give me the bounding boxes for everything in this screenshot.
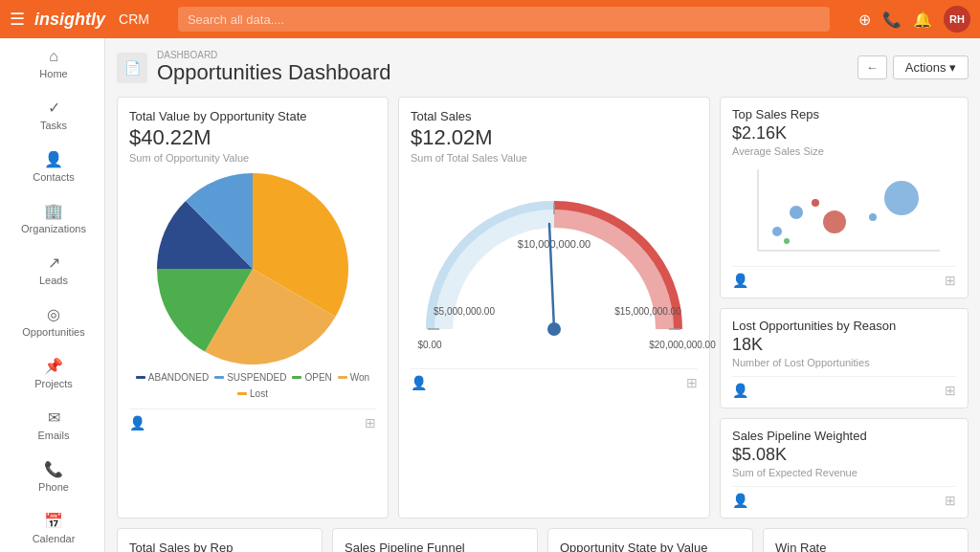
widget-sales-pipeline-weighted: Sales Pipeline Weighted $5.08K Sum of Ex… [720,418,969,519]
sidebar-item-label: Leads [39,275,68,286]
scatter-dot [869,213,877,221]
widget-title: Top Sales Reps [732,107,956,121]
widget-title: Total Value by Opportunity State [129,109,376,123]
gauge-label-0: $0.00 [417,340,441,350]
sidebar-item-calendar[interactable]: 📅 Calendar [0,502,104,552]
sidebar-item-tasks[interactable]: ✓ Tasks [0,89,104,141]
legend-open: OPEN [292,372,331,383]
phone-nav-icon: 📞 [44,460,63,478]
person-icon[interactable]: 👤 [732,493,748,508]
grid-icon[interactable]: ⊞ [945,383,956,398]
user-avatar[interactable]: RH [944,6,970,33]
widget-title: Total Sales [411,109,698,123]
legend-label: ABANDONED [148,372,209,383]
legend-suspended: SUSPENDED [214,372,286,383]
calendar-icon: 📅 [44,512,63,530]
widget-footer: 👤 ⊞ [732,376,956,398]
sidebar-item-phone[interactable]: 📞 Phone [0,451,104,502]
scatter-dot [823,210,846,233]
sidebar-item-label: Tasks [40,120,67,131]
grid-icon[interactable]: ⊞ [945,493,956,508]
grid-icon[interactable]: ⊞ [945,273,956,288]
person-icon[interactable]: 👤 [129,415,145,431]
legend-label: OPEN [304,372,331,383]
sidebar-item-label: Home [39,68,67,79]
leads-icon: ↗ [48,254,60,272]
widget-total-sales: Total Sales $12.02M Sum of Total Sales V… [398,97,710,519]
widget-title: Lost Opportunities by Reason [732,319,956,333]
sidebar: ⌂ Home ✓ Tasks 👤 Contacts 🏢 Organization… [0,38,105,552]
legend-dot-abandoned [136,376,145,379]
actions-button[interactable]: Actions ▾ [893,55,969,79]
back-button[interactable]: ← [858,55,887,79]
scatter-dot [784,238,790,244]
header-actions: ← Actions ▾ [858,55,969,79]
contacts-icon: 👤 [44,150,63,168]
gauge-label-5m: $5,000,000.00 [434,306,495,317]
sidebar-item-projects[interactable]: 📌 Projects [0,347,104,399]
sidebar-item-opportunities[interactable]: ◎ Opportunities [0,296,104,347]
sidebar-item-leads[interactable]: ↗ Leads [0,244,104,296]
app-name: CRM [119,11,149,27]
widget-title: Opportunity State by Value [560,541,741,552]
widget-footer: 👤 ⊞ [411,368,698,390]
sidebar-item-label: Organizations [21,223,86,234]
person-icon[interactable]: 👤 [732,383,748,398]
grid-icon[interactable]: ⊞ [686,375,698,390]
dashboard-top-grid: Total Value by Opportunity State $40.22M… [117,97,969,519]
legend-dot-won [338,376,347,379]
app-body: ⌂ Home ✓ Tasks 👤 Contacts 🏢 Organization… [0,38,980,552]
widget-footer: 👤 ⊞ [732,266,956,288]
hamburger-icon[interactable]: ☰ [10,9,25,30]
widget-title: Win Rate [775,541,956,552]
gauge-svg: $10,000,000.00 $5,000,000.00 $15,000,000… [411,171,698,363]
grid-icon[interactable]: ⊞ [365,415,376,431]
legend-lost: Lost [237,388,268,399]
page-header-left: 📄 DASHBOARD Opportunities Dashboard [117,50,391,85]
gauge-needle-center [547,322,561,336]
plus-icon[interactable]: ⊕ [858,11,871,29]
title-block: DASHBOARD Opportunities Dashboard [157,50,391,85]
dashboard-bottom-grid: Total Sales by Rep $7.78M Sum of Opportu… [117,528,969,552]
main-content: 📄 DASHBOARD Opportunities Dashboard ← Ac… [105,38,980,552]
widget-value: $12.02M [411,125,698,150]
breadcrumb: DASHBOARD [157,50,391,60]
pie-chart-svg [157,173,348,364]
pie-chart-area: ABANDONED SUSPENDED OPEN Won [129,173,376,399]
widget-value: $2.16K [732,123,956,144]
tasks-icon: ✓ [48,99,60,117]
legend-dot-open [292,376,301,379]
gauge-area: $10,000,000.00 $5,000,000.00 $15,000,000… [411,171,698,363]
search-input[interactable] [178,7,830,32]
opportunities-icon: ◎ [47,305,60,323]
right-col: Top Sales Reps $2.16K Average Sales Size [720,97,969,519]
phone-icon[interactable]: 📞 [882,11,902,29]
legend-label: Lost [250,388,268,399]
sidebar-item-contacts[interactable]: 👤 Contacts [0,141,104,192]
widget-win-rate: Win Rate 100.00% Average of Win Rate 👤 ⊞ [763,528,969,552]
person-icon[interactable]: 👤 [411,375,427,390]
sidebar-item-organizations[interactable]: 🏢 Organizations [0,192,104,244]
widget-title: Sales Pipeline Funnel [345,541,525,552]
widget-subtitle: Number of Lost Opportunities [732,357,956,368]
pie-legend: ABANDONED SUSPENDED OPEN Won [129,372,376,399]
scatter-dot [790,206,803,219]
bell-icon[interactable]: 🔔 [913,11,932,29]
top-nav: ☰ insightly CRM ⊕ 📞 🔔 RH [0,0,980,38]
projects-icon: 📌 [44,357,63,375]
legend-dot-lost [237,392,247,395]
app-logo: insightly [34,10,105,30]
organizations-icon: 🏢 [44,202,63,220]
person-icon[interactable]: 👤 [732,273,748,288]
scatter-chart-area [732,165,956,260]
widget-opportunity-state-by-value: Opportunity State by Value $40.22M Sum o… [547,528,753,552]
sidebar-item-home[interactable]: ⌂ Home [0,38,104,89]
gauge-label-20m: $20,000,000.00 [649,340,716,350]
legend-label: SUSPENDED [227,372,286,383]
sidebar-item-emails[interactable]: ✉ Emails [0,399,104,451]
widget-subtitle: Sum of Opportunity Value [129,152,376,164]
doc-icon: 📄 [117,53,147,83]
legend-abandoned: ABANDONED [136,372,209,383]
legend-label: Won [350,372,369,383]
widget-lost-opportunities: Lost Opportunities by Reason 18K Number … [720,308,969,408]
